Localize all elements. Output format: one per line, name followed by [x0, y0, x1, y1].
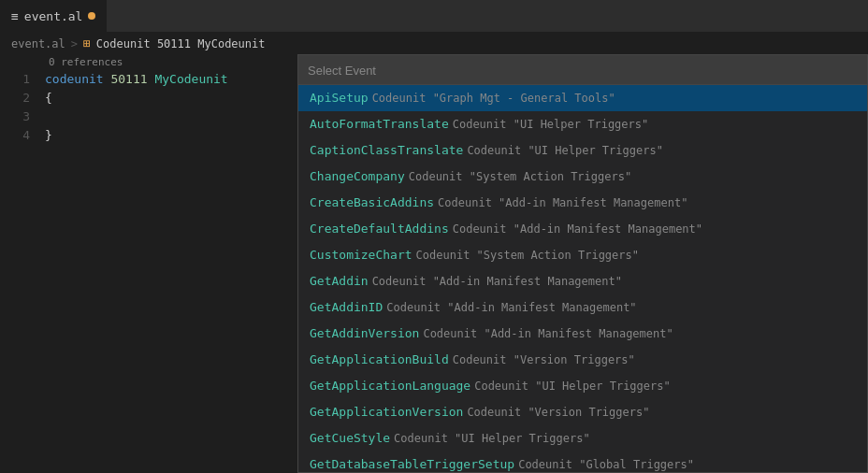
dropdown-item[interactable]: ChangeCompanyCodeunit "System Action Tri… — [298, 164, 867, 190]
dropdown-item[interactable]: GetDatabaseTableTriggerSetupCodeunit "Gl… — [298, 452, 867, 472]
item-desc: Codeunit "Version Triggers" — [467, 406, 649, 419]
menu-icon: ≡ — [11, 9, 19, 23]
editor-pane: 0 references 1 2 3 4 codeunit 50111 MyCo… — [0, 54, 297, 473]
item-name: CreateDefaultAddins — [310, 222, 449, 236]
item-desc: Codeunit "Version Triggers" — [453, 353, 635, 366]
item-name: GetApplicationVersion — [310, 405, 463, 419]
item-name: GetDatabaseTableTriggerSetup — [310, 457, 514, 471]
item-desc: Codeunit "System Action Triggers" — [416, 249, 639, 262]
item-desc: Codeunit "System Action Triggers" — [409, 170, 631, 183]
item-desc: Codeunit "Add-in Manifest Management" — [423, 327, 673, 340]
tab-event-al[interactable]: ≡ event.al — [0, 0, 108, 32]
item-desc: Codeunit "UI Helper Triggers" — [474, 380, 671, 393]
item-desc: Codeunit "Add-in Manifest Management" — [453, 222, 702, 236]
dropdown-item[interactable]: GetCueStyleCodeunit "UI Helper Triggers" — [298, 425, 867, 452]
item-name: CustomizeChart — [310, 248, 412, 262]
dropdown-item[interactable]: GetApplicationBuildCodeunit "Version Tri… — [298, 347, 867, 373]
code-content: codeunit 50111 MyCodeunit { } — [37, 70, 297, 473]
item-name: GetAddinVersion — [310, 326, 419, 340]
breadcrumb-codeunit: Codeunit 50111 MyCodeunit — [96, 37, 266, 50]
tab-modified-dot — [88, 12, 95, 20]
dropdown-item[interactable]: ApiSetupCodeunit "Graph Mgt - General To… — [298, 85, 867, 111]
dropdown-item[interactable]: GetAddinIDCodeunit "Add-in Manifest Mana… — [298, 294, 867, 321]
breadcrumb-file: event.al — [11, 37, 65, 50]
item-name: GetCueStyle — [310, 431, 390, 445]
dropdown-item[interactable]: GetAddinVersionCodeunit "Add-in Manifest… — [298, 321, 867, 347]
dropdown-item[interactable]: GetAddinCodeunit "Add-in Manifest Manage… — [298, 268, 867, 294]
item-name: ApiSetup — [310, 91, 369, 105]
item-name: GetAddinID — [310, 300, 383, 314]
dropdown-item[interactable]: CreateBasicAddinsCodeunit "Add-in Manife… — [298, 190, 867, 216]
dropdown-item[interactable]: CreateDefaultAddinsCodeunit "Add-in Mani… — [298, 216, 867, 242]
item-name: GetApplicationBuild — [310, 352, 449, 366]
dropdown-item[interactable]: GetApplicationLanguageCodeunit "UI Helpe… — [298, 373, 867, 399]
dropdown-item[interactable]: CaptionClassTranslateCodeunit "UI Helper… — [298, 137, 867, 164]
references-bar: 0 references — [0, 54, 297, 70]
item-desc: Codeunit "Graph Mgt - General Tools" — [372, 92, 615, 105]
dropdown-item[interactable]: CustomizeChartCodeunit "System Action Tr… — [298, 242, 867, 268]
dropdown-item[interactable]: GetApplicationVersionCodeunit "Version T… — [298, 399, 867, 425]
item-desc: Codeunit "UI Helper Triggers" — [453, 118, 649, 131]
dropdown-search-bar[interactable] — [298, 55, 867, 85]
item-desc: Codeunit "Global Triggers" — [518, 458, 694, 471]
item-desc: Codeunit "UI Helper Triggers" — [394, 432, 590, 445]
breadcrumb: event.al > ⊞ Codeunit 50111 MyCodeunit — [0, 33, 868, 54]
codeunit-icon: ⊞ — [83, 36, 91, 50]
item-name: GetAddin — [310, 274, 369, 288]
item-name: ChangeCompany — [310, 169, 405, 183]
code-area[interactable]: 1 2 3 4 codeunit 50111 MyCodeunit { } — [0, 70, 297, 473]
tab-label: event.al — [24, 9, 83, 23]
item-name: CreateBasicAddins — [310, 195, 434, 209]
item-desc: Codeunit "Add-in Manifest Management" — [372, 275, 622, 288]
event-dropdown: ApiSetupCodeunit "Graph Mgt - General To… — [297, 54, 868, 473]
item-name: AutoFormatTranslate — [310, 117, 449, 131]
line-numbers: 1 2 3 4 — [0, 70, 37, 473]
dropdown-list[interactable]: ApiSetupCodeunit "Graph Mgt - General To… — [298, 85, 867, 472]
references-count: 0 references — [49, 56, 123, 68]
item-desc: Codeunit "Add-in Manifest Management" — [438, 196, 687, 209]
item-name: GetApplicationLanguage — [310, 379, 470, 393]
item-desc: Codeunit "Add-in Manifest Management" — [386, 301, 636, 314]
search-input[interactable] — [308, 64, 858, 78]
item-desc: Codeunit "UI Helper Triggers" — [467, 144, 663, 157]
item-name: CaptionClassTranslate — [310, 143, 463, 157]
breadcrumb-sep1: > — [71, 37, 78, 50]
dropdown-item[interactable]: AutoFormatTranslateCodeunit "UI Helper T… — [298, 111, 867, 137]
